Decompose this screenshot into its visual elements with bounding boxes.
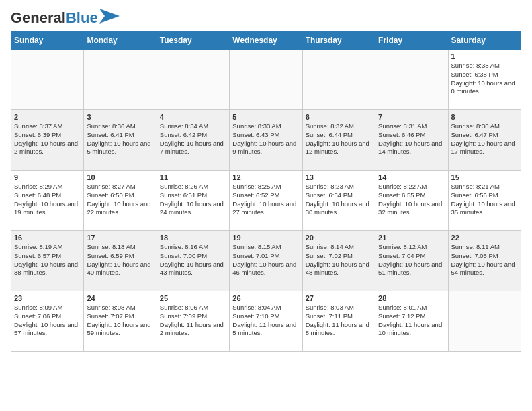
day-number: 16 (14, 234, 81, 242)
day-header-tuesday: Tuesday (157, 32, 229, 50)
day-number: 2 (14, 113, 81, 121)
day-info: Sunrise: 8:21 AM Sunset: 6:56 PM Dayligh… (451, 183, 518, 217)
day-number: 22 (451, 234, 518, 242)
day-cell: 26Sunrise: 8:04 AM Sunset: 7:10 PM Dayli… (230, 291, 302, 352)
day-info: Sunrise: 8:19 AM Sunset: 6:57 PM Dayligh… (14, 243, 81, 277)
week-row-4: 16Sunrise: 8:19 AM Sunset: 6:57 PM Dayli… (11, 231, 521, 291)
day-info: Sunrise: 8:29 AM Sunset: 6:48 PM Dayligh… (14, 183, 81, 217)
day-cell: 16Sunrise: 8:19 AM Sunset: 6:57 PM Dayli… (11, 231, 84, 291)
day-cell: 23Sunrise: 8:09 AM Sunset: 7:06 PM Dayli… (11, 291, 84, 352)
day-cell (11, 50, 84, 110)
day-header-sunday: Sunday (11, 32, 84, 50)
day-number: 14 (378, 173, 445, 181)
day-number: 24 (87, 294, 153, 302)
day-cell: 7Sunrise: 8:31 AM Sunset: 6:46 PM Daylig… (375, 110, 448, 171)
day-number: 4 (160, 113, 226, 121)
day-cell: 27Sunrise: 8:03 AM Sunset: 7:11 PM Dayli… (302, 291, 375, 352)
day-number: 10 (87, 173, 153, 181)
day-info: Sunrise: 8:31 AM Sunset: 6:46 PM Dayligh… (378, 122, 445, 156)
day-cell (84, 50, 157, 110)
day-cell (375, 50, 448, 110)
day-cell: 3Sunrise: 8:36 AM Sunset: 6:41 PM Daylig… (84, 110, 157, 171)
day-cell: 15Sunrise: 8:21 AM Sunset: 6:56 PM Dayli… (448, 171, 521, 231)
week-row-5: 23Sunrise: 8:09 AM Sunset: 7:06 PM Dayli… (11, 291, 521, 352)
day-cell: 14Sunrise: 8:22 AM Sunset: 6:55 PM Dayli… (375, 171, 448, 231)
day-cell: 10Sunrise: 8:27 AM Sunset: 6:50 PM Dayli… (84, 171, 157, 231)
calendar-table: SundayMondayTuesdayWednesdayThursdayFrid… (11, 31, 521, 352)
header: GeneralBlue (11, 11, 521, 26)
logo: GeneralBlue (11, 11, 120, 26)
day-number: 9 (14, 173, 81, 181)
day-info: Sunrise: 8:16 AM Sunset: 7:00 PM Dayligh… (160, 243, 226, 277)
day-number: 3 (87, 113, 153, 121)
day-info: Sunrise: 8:30 AM Sunset: 6:47 PM Dayligh… (451, 122, 518, 156)
day-info: Sunrise: 8:09 AM Sunset: 7:06 PM Dayligh… (14, 304, 81, 338)
day-cell (448, 291, 521, 352)
day-info: Sunrise: 8:23 AM Sunset: 6:54 PM Dayligh… (306, 183, 372, 217)
day-cell: 5Sunrise: 8:33 AM Sunset: 6:43 PM Daylig… (230, 110, 302, 171)
day-cell: 8Sunrise: 8:30 AM Sunset: 6:47 PM Daylig… (448, 110, 521, 171)
day-info: Sunrise: 8:26 AM Sunset: 6:51 PM Dayligh… (160, 183, 226, 217)
day-cell (157, 50, 229, 110)
day-header-friday: Friday (375, 32, 448, 50)
day-number: 20 (306, 234, 372, 242)
day-info: Sunrise: 8:03 AM Sunset: 7:11 PM Dayligh… (306, 304, 372, 338)
day-cell: 24Sunrise: 8:08 AM Sunset: 7:07 PM Dayli… (84, 291, 157, 352)
day-cell: 19Sunrise: 8:15 AM Sunset: 7:01 PM Dayli… (230, 231, 302, 291)
day-cell: 6Sunrise: 8:32 AM Sunset: 6:44 PM Daylig… (302, 110, 375, 171)
day-info: Sunrise: 8:04 AM Sunset: 7:10 PM Dayligh… (232, 304, 299, 338)
day-number: 23 (14, 294, 81, 302)
day-info: Sunrise: 8:14 AM Sunset: 7:02 PM Dayligh… (306, 243, 372, 277)
day-info: Sunrise: 8:34 AM Sunset: 6:42 PM Dayligh… (160, 122, 226, 156)
day-cell: 11Sunrise: 8:26 AM Sunset: 6:51 PM Dayli… (157, 171, 229, 231)
week-row-1: 1Sunrise: 8:38 AM Sunset: 6:38 PM Daylig… (11, 50, 521, 110)
day-cell: 22Sunrise: 8:11 AM Sunset: 7:05 PM Dayli… (448, 231, 521, 291)
day-info: Sunrise: 8:12 AM Sunset: 7:04 PM Dayligh… (378, 243, 445, 277)
day-cell: 25Sunrise: 8:06 AM Sunset: 7:09 PM Dayli… (157, 291, 229, 352)
week-row-2: 2Sunrise: 8:37 AM Sunset: 6:39 PM Daylig… (11, 110, 521, 171)
day-cell: 4Sunrise: 8:34 AM Sunset: 6:42 PM Daylig… (157, 110, 229, 171)
day-headers: SundayMondayTuesdayWednesdayThursdayFrid… (11, 32, 521, 50)
day-info: Sunrise: 8:36 AM Sunset: 6:41 PM Dayligh… (87, 122, 153, 156)
day-info: Sunrise: 8:38 AM Sunset: 6:38 PM Dayligh… (451, 62, 518, 96)
day-info: Sunrise: 8:06 AM Sunset: 7:09 PM Dayligh… (160, 304, 226, 338)
day-number: 25 (160, 294, 226, 302)
day-number: 27 (306, 294, 372, 302)
day-header-monday: Monday (84, 32, 157, 50)
day-cell (230, 50, 302, 110)
day-number: 19 (232, 234, 299, 242)
day-number: 6 (306, 113, 372, 121)
day-number: 5 (232, 113, 299, 121)
day-info: Sunrise: 8:11 AM Sunset: 7:05 PM Dayligh… (451, 243, 518, 277)
day-info: Sunrise: 8:01 AM Sunset: 7:12 PM Dayligh… (378, 304, 445, 338)
day-number: 18 (160, 234, 226, 242)
day-number: 8 (451, 113, 518, 121)
day-cell (302, 50, 375, 110)
day-header-thursday: Thursday (302, 32, 375, 50)
day-info: Sunrise: 8:25 AM Sunset: 6:52 PM Dayligh… (232, 183, 299, 217)
day-cell: 1Sunrise: 8:38 AM Sunset: 6:38 PM Daylig… (448, 50, 521, 110)
day-number: 17 (87, 234, 153, 242)
day-info: Sunrise: 8:27 AM Sunset: 6:50 PM Dayligh… (87, 183, 153, 217)
day-number: 13 (306, 173, 372, 181)
logo-arrow-icon (99, 9, 120, 24)
week-row-3: 9Sunrise: 8:29 AM Sunset: 6:48 PM Daylig… (11, 171, 521, 231)
day-info: Sunrise: 8:08 AM Sunset: 7:07 PM Dayligh… (87, 304, 153, 338)
day-cell: 2Sunrise: 8:37 AM Sunset: 6:39 PM Daylig… (11, 110, 84, 171)
day-header-saturday: Saturday (448, 32, 521, 50)
svg-marker-0 (99, 9, 120, 24)
day-cell: 28Sunrise: 8:01 AM Sunset: 7:12 PM Dayli… (375, 291, 448, 352)
day-info: Sunrise: 8:18 AM Sunset: 6:59 PM Dayligh… (87, 243, 153, 277)
day-info: Sunrise: 8:22 AM Sunset: 6:55 PM Dayligh… (378, 183, 445, 217)
day-number: 1 (451, 52, 518, 60)
day-cell: 21Sunrise: 8:12 AM Sunset: 7:04 PM Dayli… (375, 231, 448, 291)
day-info: Sunrise: 8:37 AM Sunset: 6:39 PM Dayligh… (14, 122, 81, 156)
day-cell: 20Sunrise: 8:14 AM Sunset: 7:02 PM Dayli… (302, 231, 375, 291)
day-number: 28 (378, 294, 445, 302)
day-cell: 12Sunrise: 8:25 AM Sunset: 6:52 PM Dayli… (230, 171, 302, 231)
day-number: 12 (232, 173, 299, 181)
day-number: 11 (160, 173, 226, 181)
day-cell: 9Sunrise: 8:29 AM Sunset: 6:48 PM Daylig… (11, 171, 84, 231)
day-number: 21 (378, 234, 445, 242)
day-number: 26 (232, 294, 299, 302)
